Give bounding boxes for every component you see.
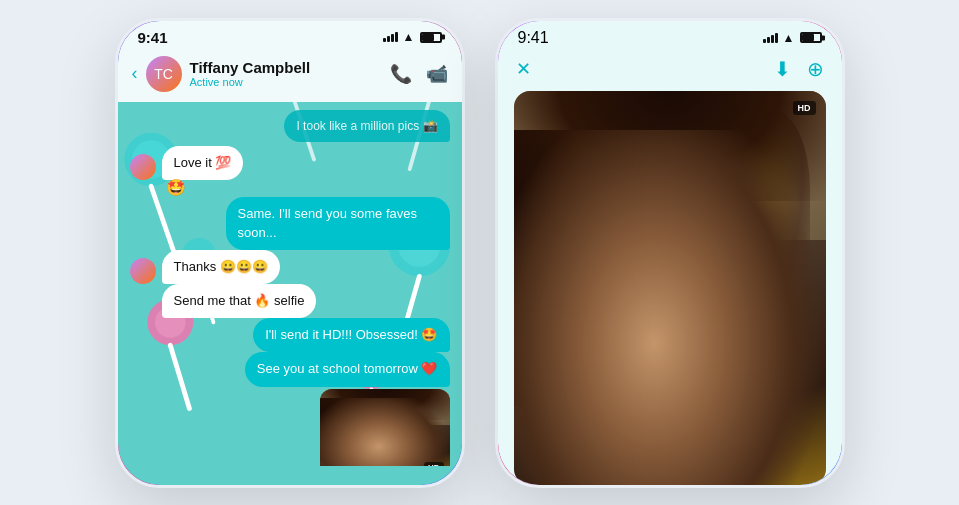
- viewer-status-bar: 9:41 ▲: [498, 21, 842, 51]
- download-icon[interactable]: ⬇: [774, 57, 791, 81]
- message-row-6: I'll send it HD!!! Obsessed! 🤩: [130, 318, 450, 352]
- emoji-reaction: 🤩: [166, 178, 450, 197]
- video-call-icon[interactable]: 📹: [426, 63, 448, 85]
- message-bubble-1: I took like a million pics 📸: [284, 110, 449, 143]
- status-icons: ▲: [383, 30, 442, 44]
- message-bubble-2: Love it 💯: [162, 146, 244, 180]
- photo-preview[interactable]: HD: [320, 389, 450, 466]
- header-actions: 📞 📹: [390, 63, 448, 85]
- back-button[interactable]: ‹: [132, 63, 138, 84]
- contact-avatar: TC: [146, 56, 182, 92]
- chat-header: ‹ TC Tiffany Campbell Active now 📞 📹: [118, 50, 462, 102]
- hd-badge-full: HD: [793, 101, 816, 115]
- message-row-5: Send me that 🔥 selfie: [130, 284, 450, 318]
- status-bar: 9:41 ▲: [118, 21, 462, 50]
- viewer-battery-icon: [800, 32, 822, 43]
- viewer-actions: ⬇ ⊕: [774, 57, 824, 81]
- more-options-icon[interactable]: ⊕: [807, 57, 824, 81]
- message-bubble-5: Send me that 🔥 selfie: [162, 284, 317, 318]
- message-row-1: I took like a million pics 📸: [130, 110, 450, 143]
- battery-icon: [420, 32, 442, 43]
- contact-status: Active now: [190, 76, 382, 88]
- signal-icon: [383, 32, 398, 42]
- message-bubble-3: Same. I'll send you some faves soon...: [226, 197, 450, 249]
- viewer-header: ✕ ⬇ ⊕: [498, 51, 842, 91]
- wifi-icon: ▲: [403, 30, 415, 44]
- message-bubble-4: Thanks 😀😀😀: [162, 250, 280, 284]
- avatar-small-2: [130, 258, 156, 284]
- message-row-4: Thanks 😀😀😀: [130, 250, 450, 284]
- full-photo[interactable]: HD: [514, 91, 826, 485]
- photo-full-inner: HD: [514, 91, 826, 485]
- message-bubble-7: See you at school tomorrow ❤️: [245, 352, 450, 386]
- viewer-signal-icon: [763, 33, 778, 43]
- photo-preview-row[interactable]: HD: [130, 387, 450, 466]
- message-row-2: Love it 💯: [130, 146, 450, 180]
- message-bubble-6: I'll send it HD!!! Obsessed! 🤩: [253, 318, 449, 352]
- viewer-status-time: 9:41: [518, 29, 549, 47]
- message-row-3: Same. I'll send you some faves soon...: [130, 197, 450, 249]
- contact-info: Tiffany Campbell Active now: [190, 59, 382, 88]
- contact-name: Tiffany Campbell: [190, 59, 382, 76]
- hd-badge: HD: [424, 462, 444, 466]
- chat-phone: 9:41 ▲ ‹ TC Tiffany Campbell: [115, 18, 465, 488]
- message-row-7: See you at school tomorrow ❤️: [130, 352, 450, 386]
- photo-viewer-phone: 9:41 ▲ ✕ ⬇ ⊕: [495, 18, 845, 488]
- chat-messages: I took like a million pics 📸 Love it 💯 🤩…: [130, 110, 450, 466]
- phone-inner: 9:41 ▲ ‹ TC Tiffany Campbell: [118, 21, 462, 485]
- viewer-status-icons: ▲: [763, 31, 822, 45]
- phone-inner-2: 9:41 ▲ ✕ ⬇ ⊕: [498, 21, 842, 485]
- close-button[interactable]: ✕: [516, 58, 531, 80]
- chat-area: I took like a million pics 📸 Love it 💯 🤩…: [118, 102, 462, 466]
- viewer-wifi-icon: ▲: [783, 31, 795, 45]
- phone-call-icon[interactable]: 📞: [390, 63, 412, 85]
- avatar-small-1: [130, 154, 156, 180]
- status-time: 9:41: [138, 29, 168, 46]
